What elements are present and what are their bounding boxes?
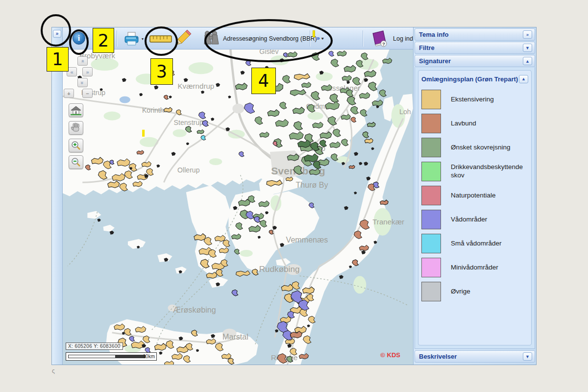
legend-panel-header[interactable]: Omlægningsplan (Grøn Trepart) ▲ <box>421 73 528 85</box>
legend-item-5: Vådområder <box>421 210 528 229</box>
legend-item-2: Ønsket skovrejsning <box>421 138 528 157</box>
collapse-toggle-button[interactable]: ▼ <box>523 44 532 52</box>
map-yellow-marker <box>142 130 145 137</box>
pan-hand-button[interactable] <box>69 121 83 135</box>
coordinate-readout: X: 605206 Y: 6083600 <box>66 343 123 350</box>
legend-label: Minivådområder <box>451 264 498 272</box>
info-icon: i <box>73 32 85 45</box>
legend-swatch <box>421 114 441 133</box>
signaturer-content: Omlægningsplan (Grøn Trepart) ▲ Ekstensi… <box>415 67 535 349</box>
map-label-tranekær: Tranekær <box>372 218 404 226</box>
zoom-out-button[interactable] <box>69 155 83 169</box>
map-label-marstal: Marstal <box>222 332 248 341</box>
legend-item-8: Øvrige <box>421 282 528 301</box>
more-tools-button[interactable]: » ▾ <box>317 35 323 42</box>
info-button[interactable]: i ▾ <box>73 32 89 45</box>
map-label-ollerup: Ollerup <box>177 166 200 174</box>
zoom-minus-button[interactable]: − <box>82 89 93 98</box>
legend-label: Vådområder <box>451 216 487 224</box>
toolbar: i ▾ ▾ <box>63 27 413 49</box>
chevron-down-icon: ▾ <box>321 36 323 41</box>
svg-text:?: ? <box>382 42 385 47</box>
legend-swatch <box>421 90 441 109</box>
map-label-stenstrup: Stenstrup <box>174 119 203 126</box>
pan-right-button[interactable]: » <box>82 67 93 76</box>
legend-item-4: Naturpotentiale <box>421 186 528 205</box>
address-search-button[interactable]: Adressesøgning Svendborg (BBR) ▾ <box>203 30 324 47</box>
zoom-plus-button[interactable]: + <box>64 89 74 98</box>
stray-mark: ς <box>52 368 55 374</box>
collapse-toggle-button[interactable]: ▲ <box>523 57 532 65</box>
chevrons-right-icon: » <box>86 69 89 75</box>
address-search-label: Adressesøgning Svendborg (BBR) <box>223 35 317 42</box>
magnifier-minus-icon <box>71 157 81 168</box>
legend-label: Naturpotentiale <box>451 192 496 200</box>
home-icon <box>70 105 82 116</box>
panel-title: Beskrivelser <box>419 353 457 360</box>
scale-bar: 10km <box>66 352 157 361</box>
map-graphic: BrobyværkGislevHesselagerKværndrupHastru… <box>63 49 413 365</box>
legend-swatch <box>421 162 441 181</box>
chevrons-left-icon: « <box>70 69 73 75</box>
scale-bar-track <box>68 355 146 358</box>
draw-button[interactable] <box>175 30 192 47</box>
legend-item-6: Små vådområder <box>421 234 528 253</box>
collapse-toggle-button[interactable]: ▼ <box>523 352 532 361</box>
copyright-text: © KDS <box>380 351 400 359</box>
expand-panel-button[interactable]: » <box>523 30 532 39</box>
lake <box>120 96 130 103</box>
map-canvas[interactable]: BrobyværkGislevHesselagerKværndrupHastru… <box>63 49 413 365</box>
printer-icon <box>123 32 140 46</box>
map-label-gislev: Gislev <box>259 49 278 55</box>
chevron-down-icon: ▾ <box>87 36 89 41</box>
panel-title: Filtre <box>419 44 435 51</box>
legend-label: Små vådområder <box>451 240 502 248</box>
login-book-icon: ? <box>369 29 389 48</box>
legend-item-0: Ekstensivering <box>421 90 528 109</box>
legend-title: Omlægningsplan (Grøn Trepart) <box>421 75 518 83</box>
toolbar-separator <box>363 30 363 47</box>
legend-list: EkstensiveringLavbundØnsket skovrejsning… <box>421 90 528 301</box>
chevrons-up-icon: » <box>80 59 86 62</box>
pan-up-button[interactable]: » <box>77 56 88 66</box>
magnifier-plus-icon <box>71 140 81 151</box>
toolbar-yellow-marker <box>313 30 315 37</box>
measure-button[interactable] <box>149 35 172 43</box>
expand-west-panel-button[interactable]: » <box>53 30 61 38</box>
binoculars-icon <box>203 30 219 47</box>
chevron-down-icon: ▾ <box>142 37 144 41</box>
panel-title: Tema info <box>419 31 448 38</box>
map-label-loh: Loh <box>399 108 411 116</box>
map-label-rudkøbing: Rudkøbing <box>259 265 300 274</box>
panel-header-beskrivelser[interactable]: Beskrivelser ▼ <box>415 350 535 363</box>
collapse-toggle-button[interactable]: ▲ <box>519 75 528 83</box>
legend-label: Drikkevandsbeskyttende skov <box>451 163 528 180</box>
home-extent-button[interactable] <box>69 103 83 117</box>
panel-header-tema-info[interactable]: Tema info » <box>415 28 535 41</box>
map-label-vemmenæs: Vemmenæs <box>286 235 328 244</box>
panel-header-signaturer[interactable]: Signaturer ▲ <box>415 55 535 67</box>
legend-swatch <box>421 186 441 205</box>
scale-bar-label: 10km <box>143 354 155 359</box>
print-button[interactable]: ▾ <box>123 32 144 46</box>
login-label: Log ind <box>393 35 413 42</box>
legend-swatch <box>421 138 441 157</box>
pan-left-button[interactable]: « <box>67 67 77 76</box>
map-label-ærøskøbing: Ærøskøbing <box>173 306 216 315</box>
login-button[interactable]: ? Log ind <box>369 29 413 48</box>
legend-item-3: Drikkevandsbeskyttende skov <box>421 162 528 181</box>
hand-icon <box>71 122 81 133</box>
legend-panel: Omlægningsplan (Grøn Trepart) ▲ Ekstensi… <box>418 70 532 345</box>
legend-item-7: Minivådområder <box>421 258 528 277</box>
legend-swatch <box>421 234 441 253</box>
more-tools-label: » <box>317 35 320 42</box>
legend-label: Ekstensivering <box>451 96 494 104</box>
ruler-icon <box>149 35 172 43</box>
map-label-kværndrup: Kværndrup <box>178 82 215 90</box>
west-panel-collapsed: » <box>52 27 63 365</box>
panel-header-filtre[interactable]: Filtre ▼ <box>415 42 535 54</box>
pan-down-button[interactable]: » <box>77 78 88 87</box>
zoom-in-button[interactable] <box>69 139 83 152</box>
legend-label: Ønsket skovrejsning <box>451 144 511 152</box>
map-label-thurø by: Thurø By <box>295 180 328 189</box>
